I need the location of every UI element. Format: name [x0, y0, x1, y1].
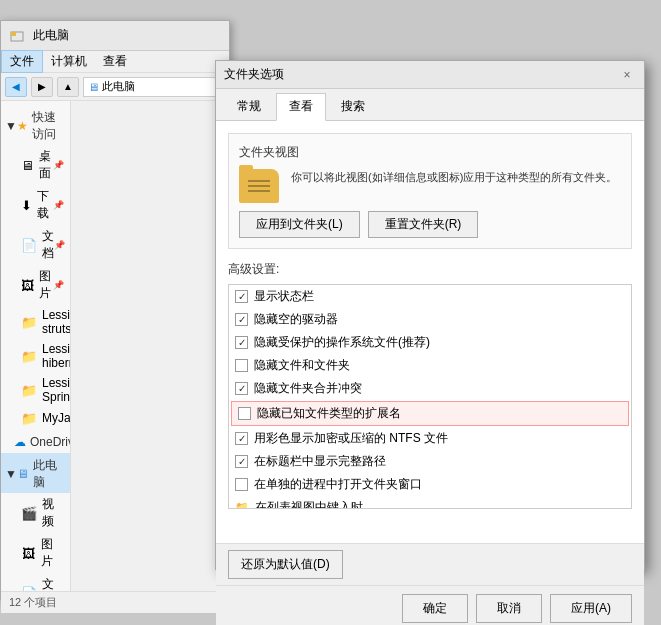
sidebar-item-lession72[interactable]: 📁 Lession72 Spring 02 — [1, 373, 70, 407]
reset-folders-button[interactable]: 重置文件夹(R) — [368, 211, 479, 238]
address-bar[interactable]: 🖥 此电脑 — [83, 77, 225, 97]
nav-forward-button[interactable]: ▶ — [31, 77, 53, 97]
thispc-section: ▼ 🖥 此电脑 🎬 视频 🖼 图片 📄 文档 — [1, 453, 70, 591]
docs-icon: 📄 — [21, 237, 37, 253]
checkbox-full-path[interactable] — [235, 455, 248, 468]
sidebar-item-lession61[interactable]: 📁 Lession61 struts — [1, 305, 70, 339]
tab-search[interactable]: 搜索 — [328, 93, 378, 120]
adv-item-3[interactable]: 隐藏文件和文件夹 — [229, 354, 631, 377]
pictures-icon: 🖼 — [21, 545, 36, 561]
sidebar-item-pics[interactable]: 🖼 图片 📌 — [1, 265, 70, 305]
sidebar-item-documents[interactable]: 📄 文档 — [1, 573, 70, 591]
thispc-label: 此电脑 — [33, 457, 66, 491]
address-text: 此电脑 — [102, 79, 135, 94]
tab-view[interactable]: 查看 — [276, 93, 326, 121]
videos-icon: 🎬 — [21, 505, 37, 521]
sidebar-label-documents: 文档 — [42, 576, 64, 591]
back-icon: ◀ — [12, 81, 20, 92]
sidebar-label-lession71: Lession71 hibernate — [42, 342, 71, 370]
folder-view-description: 你可以将此视图(如详细信息或图标)应用于这种类型的所有文件夹。 — [291, 169, 617, 186]
sidebar-label-videos: 视频 — [42, 496, 64, 530]
sidebar-label-desktop: 桌面 — [39, 148, 53, 182]
folder-view-section: 文件夹视图 你可以将此视图(如详细信息或图标)应用于这种类型的所有文件夹。 应用… — [228, 133, 632, 249]
adv-label-7: 在标题栏中显示完整路径 — [254, 453, 386, 470]
nav-up-button[interactable]: ▲ — [57, 77, 79, 97]
adv-label-5: 隐藏已知文件类型的扩展名 — [257, 405, 401, 422]
menu-computer[interactable]: 计算机 — [43, 51, 95, 72]
sidebar-label-docs: 文档 — [42, 228, 54, 262]
advanced-list[interactable]: 显示状态栏 隐藏空的驱动器 隐藏受保护的操作系统文件(推荐) — [228, 284, 632, 509]
advanced-label: 高级设置: — [228, 261, 632, 278]
sidebar-label-pictures: 图片 — [41, 536, 64, 570]
checkbox-hide-extensions[interactable] — [238, 407, 251, 420]
documents-icon: 📄 — [21, 585, 37, 591]
checkbox-hide-empty-drives[interactable] — [235, 313, 248, 326]
ok-button[interactable]: 确定 — [402, 594, 468, 623]
sidebar-item-pictures[interactable]: 🖼 图片 — [1, 533, 70, 573]
apply-button[interactable]: 应用(A) — [550, 594, 632, 623]
window-icon — [9, 28, 25, 44]
status-text: 12 个项目 — [9, 595, 57, 610]
checkbox-hide-protected[interactable] — [235, 336, 248, 349]
thispc-arrow: ▼ — [5, 467, 17, 481]
apply-to-folders-button[interactable]: 应用到文件夹(L) — [239, 211, 360, 238]
sidebar-item-myjavademo[interactable]: 📁 MyJavaDemo — [1, 407, 70, 429]
adv-item-0[interactable]: 显示状态栏 — [229, 285, 631, 308]
sidebar-label-myjavademo: MyJavaDemo — [42, 411, 71, 425]
up-icon: ▲ — [63, 81, 73, 92]
sidebar-item-docs[interactable]: 📄 文档 📌 — [1, 225, 70, 265]
adv-label-1: 隐藏空的驱动器 — [254, 311, 338, 328]
sidebar-item-desktop[interactable]: 🖥 桌面 📌 — [1, 145, 70, 185]
onedrive-header[interactable]: ▶ ☁ OneDrive — [1, 431, 70, 451]
restore-defaults-button[interactable]: 还原为默认值(D) — [228, 550, 343, 579]
dialog-close-button[interactable]: × — [618, 66, 636, 84]
sidebar-item-lession71[interactable]: 📁 Lession71 hibernate — [1, 339, 70, 373]
folder-preview-icon — [239, 169, 279, 203]
quick-access-header[interactable]: ▼ ★ 快速访问 — [1, 105, 70, 145]
dialog-footer: 确定 取消 应用(A) — [216, 585, 644, 625]
checkbox-show-status[interactable] — [235, 290, 248, 303]
adv-label-2: 隐藏受保护的操作系统文件(推荐) — [254, 334, 430, 351]
thispc-header[interactable]: ▼ 🖥 此电脑 — [1, 453, 70, 493]
adv-item-2[interactable]: 隐藏受保护的操作系统文件(推荐) — [229, 331, 631, 354]
sidebar-item-videos[interactable]: 🎬 视频 — [1, 493, 70, 533]
adv-item-7[interactable]: 在标题栏中显示完整路径 — [229, 450, 631, 473]
folder-options-dialog: 文件夹选项 × 常规 查看 搜索 文件夹视图 — [215, 60, 645, 570]
adv-item-8[interactable]: 在单独的进程中打开文件夹窗口 — [229, 473, 631, 496]
quick-access-label: 快速访问 — [32, 109, 66, 143]
adv-item-4[interactable]: 隐藏文件夹合并冲突 — [229, 377, 631, 400]
sidebar-item-downloads[interactable]: ⬇ 下载 📌 — [1, 185, 70, 225]
thispc-icon: 🖥 — [17, 467, 29, 481]
checkbox-hide-files[interactable] — [235, 359, 248, 372]
pics-icon: 🖼 — [21, 277, 34, 293]
pin-icon-downloads: 📌 — [53, 200, 64, 210]
dialog-bottom-row: 还原为默认值(D) — [216, 543, 644, 585]
cloud-icon: ☁ — [14, 435, 26, 449]
tab-general[interactable]: 常规 — [224, 93, 274, 120]
close-icon: × — [623, 68, 630, 82]
cancel-button[interactable]: 取消 — [476, 594, 542, 623]
pin-icon-desktop: 📌 — [53, 160, 64, 170]
adv-label-8: 在单独的进程中打开文件夹窗口 — [254, 476, 422, 493]
checkbox-separate-process[interactable] — [235, 478, 248, 491]
checkbox-hide-merge-conflict[interactable] — [235, 382, 248, 395]
dialog-tabs: 常规 查看 搜索 — [216, 89, 644, 121]
pc-small-icon: 🖥 — [88, 81, 99, 93]
menu-view[interactable]: 查看 — [95, 51, 135, 72]
checkbox-colorful-ntfs[interactable] — [235, 432, 248, 445]
nav-back-button[interactable]: ◀ — [5, 77, 27, 97]
adv-item-6[interactable]: 用彩色显示加密或压缩的 NTFS 文件 — [229, 427, 631, 450]
adv-label-4: 隐藏文件夹合并冲突 — [254, 380, 362, 397]
adv-item-9-folder: 📁 在列表视图中键入时 — [229, 496, 631, 509]
star-icon: ★ — [17, 119, 28, 133]
quick-access-arrow: ▼ — [5, 119, 17, 133]
onedrive-section: ▶ ☁ OneDrive — [1, 431, 70, 451]
folder-node-icon: 📁 — [235, 501, 249, 509]
menu-file[interactable]: 文件 — [1, 50, 43, 73]
status-bar: 12 个项目 — [1, 591, 229, 613]
adv-item-5-highlighted[interactable]: 隐藏已知文件类型的扩展名 — [231, 401, 629, 426]
view-buttons: 应用到文件夹(L) 重置文件夹(R) — [239, 211, 621, 238]
adv-label-3: 隐藏文件和文件夹 — [254, 357, 350, 374]
dialog-title-bar: 文件夹选项 × — [216, 61, 644, 89]
adv-item-1[interactable]: 隐藏空的驱动器 — [229, 308, 631, 331]
